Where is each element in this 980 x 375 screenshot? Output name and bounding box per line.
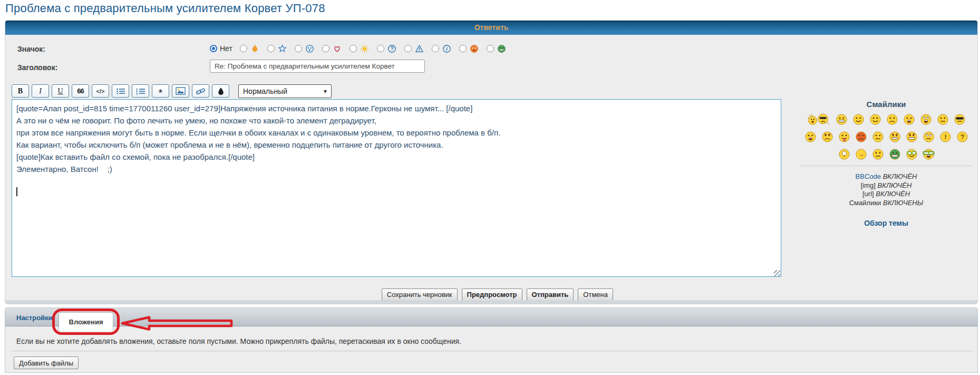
bbcode-tag-label: [url] (862, 190, 874, 198)
list-item-button[interactable]: * (152, 84, 169, 98)
bbcode-link[interactable]: BBCode (856, 172, 881, 180)
preview-button[interactable]: Предпросмотр (462, 289, 522, 301)
smiley-confused[interactable] (937, 113, 949, 126)
svg-text:i: i (446, 46, 448, 52)
smiley-neutral[interactable] (872, 131, 884, 143)
topic-icon-options: Нет?i (210, 43, 514, 54)
svg-text:→: → (858, 151, 864, 158)
smiley-smile[interactable] (852, 113, 865, 126)
tab-attachments[interactable]: Вложения (59, 312, 113, 331)
subject-input[interactable] (210, 60, 425, 73)
icon-none-label: Нет (220, 44, 232, 53)
smiley-twisted[interactable] (906, 131, 918, 143)
smiley-biggrin[interactable] (836, 113, 848, 126)
tab-settings[interactable]: Настройки (16, 314, 53, 322)
attachments-hint-text: Если вы не хотите добавлять вложения, ос… (16, 337, 461, 345)
bbcode-tag-label: [img] (861, 181, 876, 189)
smilies-grid: !?→ (797, 113, 976, 160)
bbcode-status-value: ВКЛЮЧЁН (881, 172, 917, 180)
reply-link[interactable]: Ответить (474, 23, 509, 32)
bold-button[interactable]: B (12, 84, 29, 98)
svg-text:!: ! (944, 133, 946, 141)
smiley-beat[interactable] (807, 113, 831, 126)
smiley-mrgreen[interactable] (889, 148, 901, 160)
smiley-ubergeek[interactable] (923, 148, 935, 160)
fire-icon (250, 44, 260, 53)
bbcode-status-line: [url] ВКЛЮЧЁН (797, 190, 976, 199)
icon-radio-alert-icon[interactable] (404, 45, 412, 52)
cancel-button[interactable]: Отмена (578, 289, 613, 301)
smiley-razz[interactable] (838, 131, 850, 143)
add-files-button[interactable]: Добавить файлы (14, 357, 79, 369)
code-button[interactable]: </> (92, 84, 109, 98)
submit-button[interactable]: Отправить (527, 289, 574, 301)
mrgreen-face-icon (497, 44, 507, 53)
ordered-list-button[interactable]: 123 (132, 84, 149, 98)
attachments-tab-bar (5, 308, 977, 326)
icon-radio-bulb-icon[interactable] (350, 45, 357, 52)
icon-radio-heart-icon[interactable] (322, 45, 329, 52)
quote-button[interactable]: 66 (72, 84, 89, 98)
font-size-select[interactable]: Нормальный▾ (238, 84, 332, 98)
divider (12, 351, 972, 351)
font-colour-button[interactable] (212, 84, 229, 98)
smiley-question[interactable]: ? (956, 131, 968, 143)
smiley-rolleyes[interactable] (923, 131, 935, 143)
smiley-face-icon (305, 44, 315, 53)
subject-label: Заголовок: (17, 63, 57, 72)
question-icon: ? (387, 44, 397, 53)
smiley-geek[interactable] (906, 148, 918, 160)
bbcode-status-value: ВКЛЮЧЕНЫ (881, 199, 923, 207)
insert-link-button[interactable] (192, 84, 209, 98)
composer-header-bar: Ответить (5, 21, 977, 35)
smiley-wink[interactable] (869, 113, 881, 126)
bbcode-tag-label: Смайлики (849, 199, 881, 207)
panel-footer-bar (5, 300, 977, 304)
underline-button[interactable]: U (52, 84, 69, 98)
smiley-redface[interactable] (855, 131, 867, 143)
smilies-row (797, 113, 976, 126)
bbcode-status-block: BBCode ВКЛЮЧЁН[img] ВКЛЮЧЁН[url] ВКЛЮЧЁН… (797, 172, 976, 207)
smiley-cool[interactable] (954, 113, 966, 126)
icon-radio-fire-icon[interactable] (240, 45, 247, 52)
smiley-evil[interactable] (889, 131, 901, 143)
insert-image-button[interactable] (172, 84, 189, 98)
smiley-idea[interactable] (838, 148, 850, 160)
bbcode-toolbar: BIU66</>123*Нормальный▾ (12, 84, 332, 98)
bbcode-status-value: ВКЛЮЧЁН (876, 181, 911, 189)
bbcode-status-line: BBCode ВКЛЮЧЁН (797, 172, 976, 181)
save-draft-button[interactable]: Сохранить черновик (382, 289, 458, 301)
smilies-sidebar: Смайлики !?→ BBCode ВКЛЮЧЁН[img] ВКЛЮЧЁН… (797, 100, 976, 227)
bullet-list-button[interactable] (112, 84, 129, 98)
smilies-row: → (797, 148, 976, 160)
smiley-exclaim[interactable]: ! (939, 131, 952, 143)
italic-button[interactable]: I (32, 84, 49, 98)
smiley-shock[interactable] (903, 113, 915, 126)
bbcode-status-line: Смайлики ВКЛЮЧЕНЫ (797, 199, 976, 208)
icon-radio-smiley-face-icon[interactable] (295, 45, 302, 52)
smilies-row: !? (797, 131, 976, 143)
heart-icon (332, 44, 343, 53)
smiley-eek[interactable] (920, 113, 932, 126)
smiley-arrow[interactable]: → (855, 148, 867, 160)
smiley-mad[interactable] (821, 131, 833, 143)
icon-radio-none[interactable] (210, 45, 217, 52)
info-icon: i (442, 44, 452, 53)
icon-radio-star-icon[interactable] (267, 45, 275, 52)
icon-radio-info-icon[interactable] (432, 45, 439, 52)
message-textarea[interactable]: [quote=Алап post_id=815 time=1770011260 … (12, 99, 781, 277)
bbcode-status-value: ВКЛЮЧЁН (874, 190, 910, 198)
font-size-value: Нормальный (243, 87, 287, 95)
bbcode-status-line: [img] ВКЛЮЧЁН (797, 181, 976, 190)
smiley-lol[interactable] (804, 131, 817, 143)
bulb-icon (360, 44, 370, 53)
smiley-doubt[interactable] (872, 148, 884, 160)
smiley-sad[interactable] (886, 113, 898, 126)
composer-panel: Ответить Значок: Нет?i Заголовок: BIU66<… (5, 20, 978, 304)
alert-icon (414, 44, 425, 53)
icon-radio-question-icon[interactable] (377, 45, 384, 52)
topic-review-link[interactable]: Обзор темы (797, 219, 976, 227)
icon-radio-angry-face-icon[interactable] (459, 45, 467, 52)
composer-action-buttons: Сохранить черновикПредпросмотрОтправитьО… (382, 289, 613, 301)
icon-radio-mrgreen-face-icon[interactable] (487, 45, 494, 52)
